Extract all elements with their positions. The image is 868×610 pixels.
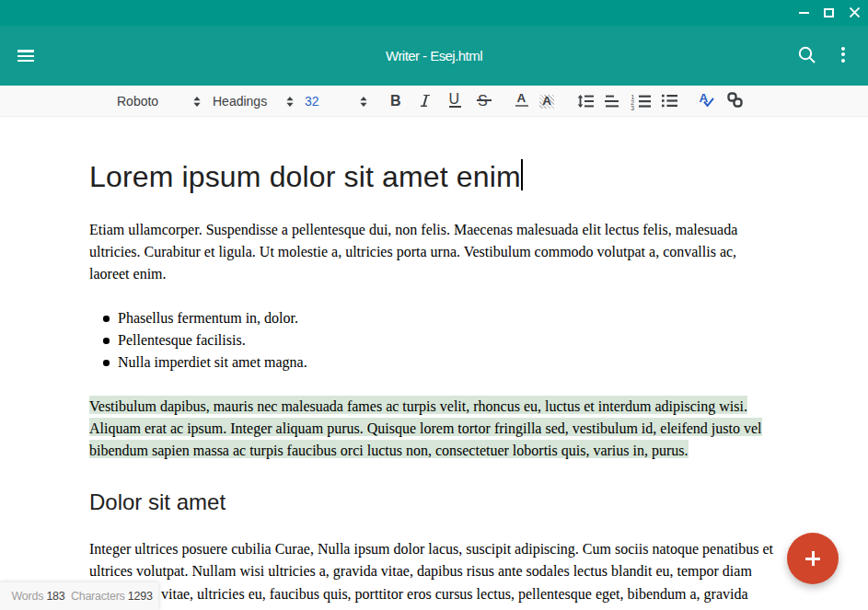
svg-text:3: 3 xyxy=(631,105,634,110)
